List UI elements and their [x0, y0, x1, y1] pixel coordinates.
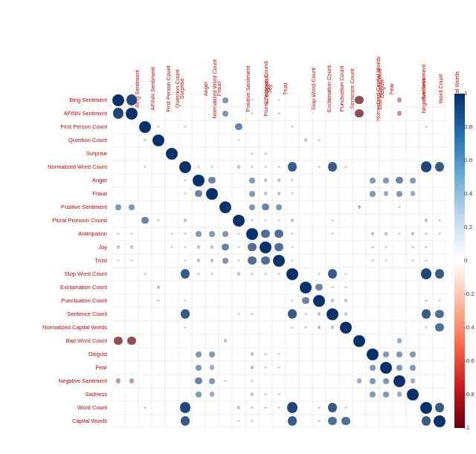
correlation-circle	[225, 166, 226, 168]
grid-cell	[272, 174, 286, 187]
grid-cell	[393, 174, 406, 187]
correlation-circle	[318, 247, 320, 248]
correlation-circle	[399, 273, 400, 275]
grid-cell	[219, 334, 232, 348]
grid-cell	[326, 147, 339, 160]
grid-cell	[312, 401, 326, 415]
grid-cell	[125, 281, 138, 294]
correlation-circle	[198, 340, 199, 342]
grid-cell	[406, 361, 419, 374]
grid-cell	[219, 281, 232, 294]
correlation-circle	[372, 300, 373, 302]
grid-cell	[366, 361, 379, 374]
correlation-circle	[435, 269, 445, 279]
grid-cell	[272, 334, 286, 348]
correlation-circle	[425, 126, 427, 128]
correlation-circle	[198, 421, 199, 422]
grid-cell	[125, 388, 138, 401]
grid-cell	[299, 214, 312, 227]
grid-cell	[286, 294, 299, 308]
grid-cell	[138, 147, 152, 160]
correlation-circle	[184, 380, 186, 382]
correlation-circle	[355, 96, 363, 104]
grid-cell	[286, 120, 299, 134]
correlation-circle	[222, 244, 229, 251]
grid-cell	[205, 241, 219, 254]
correlation-circle	[184, 153, 186, 155]
correlation-circle	[131, 126, 132, 128]
grid-cell	[219, 94, 232, 107]
correlation-circle	[126, 108, 138, 120]
grid-cell	[419, 174, 433, 187]
grid-cell	[219, 201, 232, 214]
grid-cell	[366, 254, 379, 267]
correlation-circle	[304, 326, 306, 328]
correlation-circle	[184, 354, 186, 355]
grid-cell	[339, 214, 353, 227]
correlation-circle	[422, 309, 431, 319]
correlation-circle	[264, 166, 266, 168]
grid-cell	[219, 374, 232, 388]
correlation-circle	[277, 366, 280, 369]
correlation-circle	[246, 228, 258, 240]
grid-cell	[299, 401, 312, 415]
grid-cell	[286, 254, 299, 267]
grid-cell	[112, 361, 125, 374]
correlation-circle	[439, 260, 440, 262]
grid-cell	[259, 160, 272, 174]
grid-cell	[178, 294, 192, 308]
correlation-circle	[425, 207, 427, 208]
correlation-circle	[278, 314, 280, 315]
correlation-circle	[318, 420, 320, 422]
correlation-circle	[118, 126, 119, 128]
grid-cell	[406, 187, 419, 201]
grid-cell	[353, 254, 366, 267]
correlation-circle	[286, 268, 298, 280]
grid-cell	[259, 361, 272, 374]
grid-cell	[406, 107, 419, 120]
grid-cell	[178, 374, 192, 388]
grid-cell	[272, 94, 286, 107]
grid-cell	[406, 254, 419, 267]
correlation-circle	[328, 417, 336, 425]
correlation-circle	[193, 175, 205, 187]
row-label: Bad Word Count	[66, 338, 107, 344]
grid-cell	[165, 401, 178, 415]
grid-cell	[393, 227, 406, 241]
correlation-circle	[158, 233, 159, 235]
correlation-circle	[412, 113, 414, 114]
grid-cell	[259, 267, 272, 281]
row-label: Fear	[96, 365, 107, 371]
correlation-circle	[292, 140, 293, 141]
grid-cell	[178, 254, 192, 267]
correlation-circle	[412, 314, 414, 315]
correlation-circle	[171, 166, 173, 168]
grid-cell	[272, 134, 286, 147]
grid-cell	[125, 187, 138, 201]
grid-cell	[138, 134, 152, 147]
grid-cell	[192, 174, 205, 187]
correlation-circle	[251, 219, 253, 221]
correlation-circle	[304, 313, 306, 315]
grid-cell	[152, 107, 165, 120]
grid-cell	[286, 201, 299, 214]
grid-cell	[112, 214, 125, 227]
grid-cell	[393, 415, 406, 428]
correlation-circle	[157, 299, 159, 302]
correlation-circle	[211, 300, 213, 302]
correlation-circle	[181, 309, 190, 319]
correlation-circle	[396, 191, 402, 197]
correlation-circle	[425, 287, 427, 288]
grid-cell	[245, 227, 259, 241]
grid-cell	[152, 281, 165, 294]
grid-cell	[165, 187, 178, 201]
grid-cell	[259, 214, 272, 227]
correlation-circle	[114, 337, 122, 345]
correlation-circle	[144, 233, 146, 235]
correlation-circle	[397, 97, 402, 102]
correlation-circle	[371, 232, 375, 236]
grid-cell	[379, 415, 393, 428]
grid-cell	[326, 227, 339, 241]
grid-cell	[353, 241, 366, 254]
correlation-circle	[355, 109, 363, 117]
